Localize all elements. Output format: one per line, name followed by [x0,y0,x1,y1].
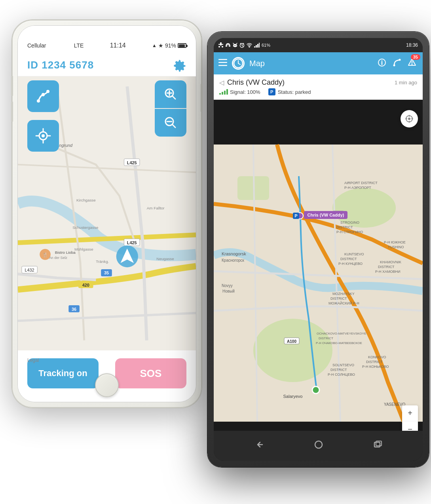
svg-point-27 [46,90,49,93]
volume-down-button[interactable] [11,102,13,122]
svg-point-38 [42,134,45,137]
carrier-label: Cellular [27,42,46,49]
battery-indicator: 61% [262,43,270,48]
svg-text:Schustergasse: Schustergasse [72,225,99,230]
time-ago: 1 min ago [395,80,417,86]
svg-line-49 [236,43,237,44]
svg-point-44 [218,46,220,48]
zoom-in-button[interactable] [155,80,186,108]
my-location-button[interactable] [401,110,418,127]
svg-text:Р-Н СТРОГИНО: Р-Н СТРОГИНО [336,230,363,234]
android-home-button[interactable] [314,440,323,452]
wifi-icon [247,43,252,48]
svg-point-117 [312,386,319,394]
svg-text:Новый: Новый [222,289,235,293]
iphone-body: Cellular LTE 11:14 ▲ ★ 91% ID 1234 5678 [17,25,196,402]
android-icon [233,42,237,48]
svg-text:Bistro Lioba: Bistro Lioba [55,250,76,255]
svg-text:KHAMOVNIK: KHAMOVNIK [380,260,401,264]
navigate-arrow-icon: ◁ [219,79,224,86]
tracking-label: Tracking on [38,368,87,378]
svg-text:🍴: 🍴 [42,252,48,257]
toolbar-title: Map [249,59,371,68]
usb-icon [218,42,223,48]
android-statusbar: 61% 18:36 [214,38,423,52]
sos-button[interactable]: SOS [115,358,186,388]
android-toolbar: Map [214,52,423,74]
signal-bars [219,89,228,95]
android-time: 18:36 [406,42,418,48]
svg-point-51 [235,45,236,46]
svg-text:Р-Н АЭРОПОРТ: Р-Н АЭРОПОРТ [344,186,371,190]
svg-text:Krasnogorsk: Krasnogorsk [222,251,246,256]
svg-rect-61 [259,43,260,48]
android-device: 61% 18:36 [207,32,429,467]
route-button[interactable] [27,80,59,112]
location-icon: ▲ [152,43,157,48]
svg-point-26 [37,99,40,103]
svg-text:МОЖАЙСКИЙ Р-Н: МОЖАЙСКИЙ Р-Н [328,301,359,305]
svg-text:MOZHAYSKY: MOZHAYSKY [332,292,355,296]
status-label: Status: parked [278,89,311,95]
svg-point-50 [234,45,235,46]
svg-text:DISTRICT: DISTRICT [378,265,395,269]
svg-rect-58 [254,46,255,48]
info-button[interactable] [376,57,388,70]
status-right: ▲ ★ 91% [152,42,186,49]
signal-icon [254,43,260,48]
svg-text:Р-Н КОНЬКОВО: Р-Н КОНЬКОВО [362,365,389,369]
ios-statusbar: Cellular LTE 11:14 ▲ ★ 91% [18,26,196,54]
svg-rect-47 [233,45,237,47]
svg-point-74 [412,64,413,65]
signal-bar-4 [226,89,228,95]
locate-button[interactable] [27,120,59,152]
svg-text:Novyy: Novyy [222,283,233,288]
svg-text:Р-Н ЮЖНОЕ: Р-Н ЮЖНОЕ [384,240,406,244]
home-button[interactable] [95,373,119,397]
svg-text:TUSHINO: TUSHINO [388,245,404,249]
svg-point-129 [315,441,322,448]
svg-rect-130 [374,442,380,447]
svg-text:L425: L425 [127,160,137,165]
vehicle-name: Chris (VW Caddy) [227,78,285,87]
svg-text:Salaryevo: Salaryevo [283,394,303,399]
svg-text:A100: A100 [287,339,296,344]
settings-icon[interactable] [174,59,186,72]
signal-bar-1 [219,93,221,95]
svg-point-70 [382,60,383,61]
android-zoom-in-button[interactable]: + [402,405,418,421]
top-speaker [294,36,343,37]
alert-badge: 35 [411,54,420,60]
svg-text:AIRPORT DISTRICT: AIRPORT DISTRICT [344,181,378,185]
svg-text:KUNTSEVO: KUNTSEVO [344,252,364,256]
route-button[interactable] [391,57,403,70]
vehicle-name-row: ◁ Chris (VW Caddy) 1 min ago [219,78,417,87]
android-navbar [214,431,423,461]
parking-icon: P [268,88,275,95]
svg-rect-63 [218,62,227,63]
bluetooth-icon: ★ [158,42,163,49]
svg-point-72 [399,59,401,61]
svg-text:KONKOVO: KONKOVO [368,355,386,359]
sos-label: SOS [140,367,162,380]
volume-up-button[interactable] [11,76,13,96]
svg-line-67 [238,63,240,65]
svg-rect-64 [218,65,227,66]
signal-bar-2 [222,92,223,95]
back-button[interactable] [254,440,264,452]
svg-point-57 [249,47,250,48]
legal-link[interactable]: Legal [27,358,39,363]
svg-text:DISTRICT: DISTRICT [319,337,333,340]
signal-bar-3 [224,91,226,95]
recents-button[interactable] [373,440,382,451]
zoom-out-button[interactable] [155,109,186,137]
menu-icon[interactable] [218,59,227,68]
svg-point-77 [253,319,332,382]
svg-line-54 [242,46,243,46]
svg-line-32 [172,96,175,99]
alert-button-wrapper: 35 [406,57,418,70]
svg-line-48 [233,43,234,44]
svg-text:DISTRICT: DISTRICT [330,368,347,372]
power-button[interactable] [201,84,203,112]
svg-text:An der Selz: An der Selz [49,256,67,260]
